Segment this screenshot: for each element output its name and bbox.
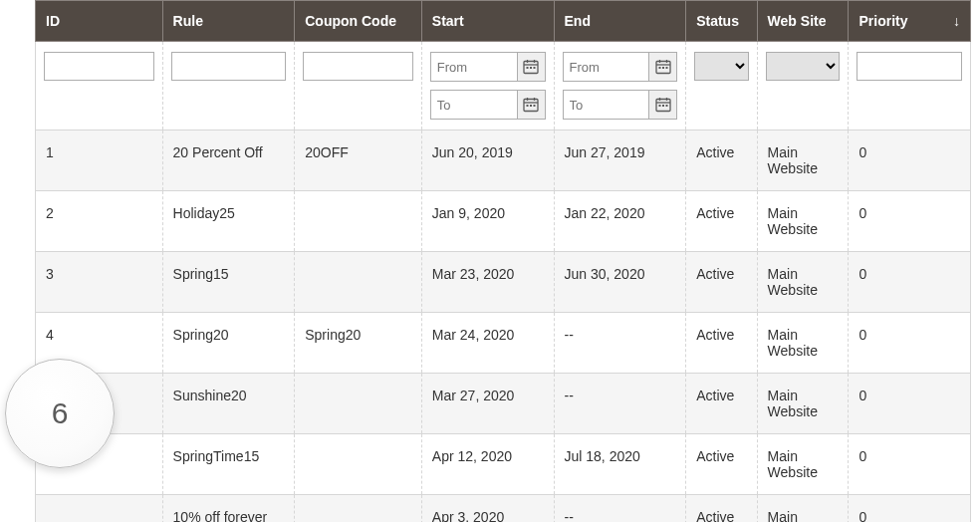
cell-rule: 10% off forever	[162, 495, 295, 523]
table-row[interactable]: 10% off forever Apr 3, 2020 -- Active Ma…	[36, 495, 971, 523]
cell-end: Jan 22, 2020	[554, 191, 686, 252]
svg-rect-13	[534, 105, 536, 107]
cell-end: --	[554, 313, 686, 374]
calendar-icon	[523, 59, 539, 75]
cell-coupon	[295, 191, 422, 252]
filter-start-from-cal-button[interactable]	[517, 53, 545, 81]
cell-rule: Sunshine20	[162, 374, 295, 434]
cell-end: --	[554, 495, 686, 523]
cell-status: Active	[686, 313, 757, 374]
cell-site: Main Website	[757, 495, 849, 523]
filter-status-select[interactable]	[694, 52, 748, 81]
magnifier-lens: 6	[5, 359, 115, 468]
cell-rule: 20 Percent Off	[162, 130, 295, 191]
cell-start: Jun 20, 2019	[421, 130, 554, 191]
svg-rect-27	[665, 105, 667, 107]
col-header-end[interactable]: End	[554, 1, 686, 42]
table-row[interactable]: 1 20 Percent Off 20OFF Jun 20, 2019 Jun …	[36, 130, 971, 191]
table-row[interactable]: 4 Spring20 Spring20 Mar 24, 2020 -- Acti…	[36, 313, 971, 374]
filter-priority-input[interactable]	[857, 52, 962, 81]
cell-status: Active	[686, 434, 757, 495]
svg-rect-5	[530, 67, 532, 69]
cell-site: Main Website	[757, 252, 849, 313]
cell-rule: Spring15	[162, 252, 295, 313]
cell-start: Mar 24, 2020	[421, 313, 554, 374]
table-row[interactable]: 3 Spring15 Mar 23, 2020 Jun 30, 2020 Act…	[36, 252, 971, 313]
cell-priority: 0	[849, 495, 971, 523]
filter-end-to	[563, 90, 678, 120]
filter-coupon-input[interactable]	[303, 52, 413, 81]
cell-start: Mar 27, 2020	[421, 374, 554, 434]
filter-row	[36, 42, 971, 130]
magnifier-value: 6	[52, 396, 69, 430]
col-header-site[interactable]: Web Site	[757, 1, 849, 42]
svg-rect-4	[527, 67, 529, 69]
svg-rect-6	[534, 67, 536, 69]
cell-start: Apr 12, 2020	[421, 434, 554, 495]
filter-end-to-input[interactable]	[564, 92, 649, 119]
filter-id-input[interactable]	[44, 52, 154, 81]
table-row[interactable]: 5 Sunshine20 Mar 27, 2020 -- Active Main…	[36, 374, 971, 434]
cell-start: Mar 23, 2020	[421, 252, 554, 313]
cell-id: 2	[36, 191, 163, 252]
table-row[interactable]: 6 SpringTime15 Apr 12, 2020 Jul 18, 2020…	[36, 434, 971, 495]
filter-end-from-input[interactable]	[564, 54, 649, 81]
col-header-status[interactable]: Status	[686, 1, 757, 42]
svg-rect-25	[658, 105, 660, 107]
cell-status: Active	[686, 191, 757, 252]
svg-rect-19	[662, 67, 664, 69]
filter-start-to-cal-button[interactable]	[517, 91, 545, 119]
cell-id	[36, 495, 163, 523]
cell-coupon	[295, 374, 422, 434]
svg-rect-26	[662, 105, 664, 107]
cell-coupon	[295, 495, 422, 523]
filter-end-to-cal-button[interactable]	[648, 91, 676, 119]
cell-end: --	[554, 374, 686, 434]
cell-coupon	[295, 434, 422, 495]
cell-status: Active	[686, 252, 757, 313]
cell-status: Active	[686, 374, 757, 434]
cell-end: Jun 30, 2020	[554, 252, 686, 313]
cell-priority: 0	[849, 130, 971, 191]
cell-id: 3	[36, 252, 163, 313]
filter-end-from	[563, 52, 678, 82]
cell-priority: 0	[849, 434, 971, 495]
rules-table: ID Rule Coupon Code Start End Status Web…	[35, 0, 971, 522]
cell-site: Main Website	[757, 130, 849, 191]
col-header-id[interactable]: ID	[36, 1, 163, 42]
filter-rule-input[interactable]	[171, 52, 287, 81]
filter-end-from-cal-button[interactable]	[648, 53, 676, 81]
cell-site: Main Website	[757, 191, 849, 252]
calendar-icon	[655, 97, 671, 113]
table-header-row: ID Rule Coupon Code Start End Status Web…	[36, 1, 971, 42]
svg-rect-11	[527, 105, 529, 107]
cell-coupon: 20OFF	[295, 130, 422, 191]
cell-id: 1	[36, 130, 163, 191]
svg-rect-18	[658, 67, 660, 69]
cell-status: Active	[686, 130, 757, 191]
filter-start-to-input[interactable]	[431, 92, 517, 119]
col-header-start[interactable]: Start	[421, 1, 554, 42]
col-header-rule[interactable]: Rule	[162, 1, 295, 42]
svg-rect-20	[665, 67, 667, 69]
filter-start-to	[430, 90, 546, 120]
cell-rule: Holiday25	[162, 191, 295, 252]
calendar-icon	[523, 97, 539, 113]
filter-start-from-input[interactable]	[431, 54, 517, 81]
cell-site: Main Website	[757, 374, 849, 434]
cell-priority: 0	[849, 252, 971, 313]
cell-coupon: Spring20	[295, 313, 422, 374]
cell-priority: 0	[849, 191, 971, 252]
cell-priority: 0	[849, 313, 971, 374]
cell-end: Jul 18, 2020	[554, 434, 686, 495]
cell-start: Jan 9, 2020	[421, 191, 554, 252]
cell-site: Main Website	[757, 434, 849, 495]
cell-rule: SpringTime15	[162, 434, 295, 495]
cell-rule: Spring20	[162, 313, 295, 374]
filter-site-select[interactable]	[766, 52, 841, 81]
col-header-coupon[interactable]: Coupon Code	[295, 1, 422, 42]
col-header-priority[interactable]: Priority	[849, 1, 971, 42]
table-row[interactable]: 2 Holiday25 Jan 9, 2020 Jan 22, 2020 Act…	[36, 191, 971, 252]
cell-start: Apr 3, 2020	[421, 495, 554, 523]
cell-coupon	[295, 252, 422, 313]
